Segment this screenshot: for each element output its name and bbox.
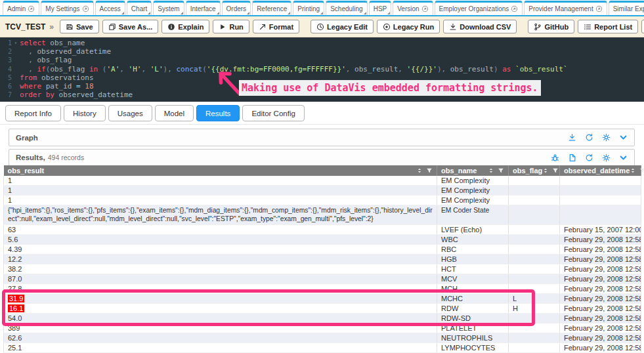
gear-icon[interactable] (602, 133, 611, 142)
code-token: 18 (85, 82, 93, 91)
line-number: 4 (0, 65, 12, 73)
cell-obs-name: EM Coder State (437, 205, 509, 225)
table-row[interactable]: 12.2HGBFebruary 29, 2008 12:58 PM (4, 255, 641, 264)
table-row[interactable]: 1EM Complexity (4, 186, 641, 196)
nav-tab-system[interactable]: System (153, 1, 184, 15)
nav-tab-my-settings[interactable]: My Settings (41, 1, 93, 15)
table-header-row: obs_resultobs_nameobs_flagobserved_datet… (4, 165, 641, 176)
line-number: 6 (0, 82, 12, 91)
cell-obs-result: 87.0 (4, 274, 437, 284)
code-token: 'A' (106, 65, 119, 73)
menu-indicator (288, 12, 290, 14)
nav-tab-chart[interactable]: Chart (127, 1, 152, 15)
download-icon[interactable] (568, 133, 576, 142)
download-csv-button[interactable]: Download CSV (443, 20, 517, 33)
funnel-icon[interactable] (426, 167, 433, 174)
nav-tab-label: Employer Organizations (439, 5, 509, 12)
nav-tab-provider-management[interactable]: Provider Management (524, 1, 607, 15)
tab-results[interactable]: Results (196, 105, 240, 121)
code-line: 3 , obs_flag (0, 56, 644, 64)
code-token: where (20, 82, 41, 91)
fold-caret-icon[interactable]: ▾ (12, 39, 20, 47)
button-label: Download CSV (460, 23, 511, 31)
nav-tab-label: Similar Exposure Groups (SEGs) (613, 5, 644, 12)
sort-icon[interactable] (416, 167, 423, 174)
file-icon[interactable] (568, 154, 576, 162)
tab-report-info[interactable]: Report Info (5, 105, 61, 121)
column-header-obs-flag[interactable]: obs_flag (509, 165, 560, 176)
menu-indicator (148, 12, 150, 14)
cell-observed-datetime (560, 186, 641, 196)
cell-observed-datetime: February 29, 2008 12:58 PM (560, 304, 641, 314)
model-button[interactable]: Model (641, 20, 644, 33)
nav-tab-orders[interactable]: Orders (222, 1, 251, 15)
nav-tab-scheduling[interactable]: Scheduling (326, 1, 367, 15)
cell-observed-datetime: February 29, 2008 12:58 PM (560, 323, 641, 333)
format-button[interactable]: Format (253, 20, 299, 33)
cell-obs-name: LVEF (Echo) (437, 225, 509, 235)
results-record-count: 494 records (48, 154, 84, 161)
save-as-button[interactable]: Save As... (102, 20, 159, 33)
tab-model[interactable]: Model (155, 105, 194, 121)
column-header-observed-datetime[interactable]: observed_datetime (560, 165, 641, 176)
table-row[interactable]: 4.39RBCFebruary 29, 2008 12:58 PM (4, 245, 641, 255)
refresh-icon[interactable] (585, 133, 593, 142)
external-link-icon[interactable] (595, 5, 603, 12)
sort-icon[interactable] (630, 167, 636, 174)
table-row[interactable]: 25.1LYMPHOCYTESFebruary 29, 2008 12:58 P… (4, 343, 641, 353)
external-link-icon[interactable] (28, 5, 35, 12)
chevron-down-icon[interactable] (619, 154, 628, 162)
table-row[interactable]: 63LVEF (Echo)February 15, 2007 12:00 AM (4, 225, 641, 235)
external-link-icon[interactable] (421, 5, 429, 12)
nav-tab-admin[interactable]: Admin (3, 1, 39, 15)
cell-observed-datetime: February 29, 2008 12:58 PM (560, 255, 641, 264)
nav-tab-reference[interactable]: Reference (252, 1, 291, 15)
column-header-obs-result[interactable]: obs_result (4, 165, 437, 176)
table-row[interactable]: 87.0MCVFebruary 29, 2008 12:58 PM (4, 274, 641, 284)
chevron-down-icon[interactable] (619, 133, 628, 142)
tab-usages[interactable]: Usages (108, 105, 152, 121)
table-row[interactable]: 1EM Complexity (4, 176, 641, 186)
nav-tab-employer-organizations[interactable]: Employer Organizations (435, 1, 523, 15)
table-row[interactable]: 1EM Complexity (4, 196, 641, 205)
nav-tab-similar-exposure-groups-segs[interactable]: Similar Exposure Groups (SEGs) (609, 1, 644, 15)
nav-tab-interface[interactable]: Interface (186, 1, 221, 15)
table-row[interactable]: {"hpi_items":{},"ros_items":{},"pfs_item… (4, 205, 641, 225)
report-list-button[interactable]: Report List (578, 20, 638, 33)
report-name-expander[interactable]: » (49, 22, 54, 31)
tab-history[interactable]: History (64, 105, 106, 121)
sort-icon[interactable] (488, 167, 494, 174)
funnel-icon[interactable] (552, 167, 559, 174)
bug-icon[interactable] (551, 154, 559, 162)
run-button[interactable]: Run (213, 20, 249, 33)
fold-spacer (12, 73, 20, 82)
save-button[interactable]: Save (60, 20, 99, 33)
nav-tab-version[interactable]: Version (393, 1, 433, 15)
nav-tab-access[interactable]: Access (95, 1, 125, 15)
refresh-icon[interactable] (585, 154, 593, 162)
code-token: obs_result (450, 65, 494, 73)
highlight-box (2, 289, 535, 326)
legacy-edit-button[interactable]: Legacy Edit (311, 20, 374, 33)
table-row[interactable]: 38.2HCTFebruary 29, 2008 12:58 PM (4, 264, 641, 274)
nav-tab-printing[interactable]: Printing (293, 1, 324, 15)
gear-icon[interactable] (602, 154, 611, 162)
fold-spacer (12, 65, 20, 73)
table-row[interactable]: 62.6NEUTROPHILSFebruary 29, 2008 12:58 P… (4, 333, 641, 343)
column-header-icons (542, 167, 559, 174)
code-token: as (502, 65, 511, 73)
github-button[interactable]: GitHub (528, 20, 574, 33)
funnel-icon[interactable] (639, 167, 644, 174)
code-token: ) (494, 65, 502, 73)
external-link-icon[interactable] (82, 5, 89, 12)
column-header-obs-name[interactable]: obs_name (437, 165, 509, 176)
funnel-icon[interactable] (498, 167, 504, 174)
external-link-icon[interactable] (511, 5, 518, 12)
sort-icon[interactable] (542, 167, 549, 174)
tab-editor-config[interactable]: Editor Config (242, 105, 304, 121)
nav-tab-hsp[interactable]: HSP (369, 1, 392, 15)
table-row[interactable]: 5.6WBCFebruary 29, 2008 12:58 PM (4, 235, 641, 245)
graph-panel-title: Graph (16, 134, 38, 142)
explain-button[interactable]: Explain (161, 20, 209, 33)
legacy-run-button[interactable]: Legacy Run (377, 20, 440, 33)
